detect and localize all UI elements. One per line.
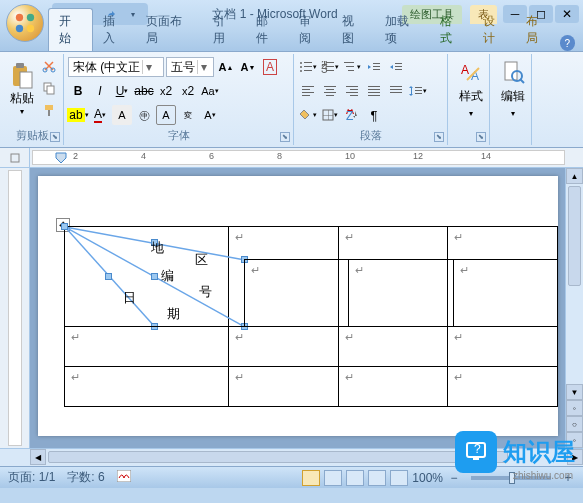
print-layout-view-button[interactable]: [302, 470, 320, 486]
align-right-button[interactable]: [342, 81, 362, 101]
align-center-button[interactable]: [320, 81, 340, 101]
bullets-button[interactable]: ▾: [298, 57, 318, 77]
sort-button[interactable]: AZ: [342, 105, 362, 125]
tab-mailings[interactable]: 邮件: [246, 9, 289, 51]
indent-marker-icon[interactable]: [55, 152, 67, 166]
table-cell[interactable]: ↵: [229, 367, 339, 407]
table-cell[interactable]: ↵: [245, 260, 349, 327]
shrink-font-button[interactable]: A▼: [238, 57, 258, 77]
scroll-up-button[interactable]: ▲: [566, 168, 583, 184]
tab-layout[interactable]: 布局: [516, 9, 559, 51]
tab-design[interactable]: 设计: [473, 9, 516, 51]
selection-handle[interactable]: [151, 273, 158, 280]
zoom-level[interactable]: 100%: [412, 471, 443, 485]
tab-review[interactable]: 审阅: [289, 9, 332, 51]
font-size-combo[interactable]: 五号▾: [166, 57, 214, 77]
svg-point-1: [27, 14, 34, 21]
selection-handle[interactable]: [105, 273, 112, 280]
browse-prev-button[interactable]: ◦: [566, 400, 583, 416]
tab-home[interactable]: 开始: [48, 8, 93, 51]
asian-layout-button[interactable]: A▾: [200, 105, 220, 125]
paste-button[interactable]: 粘贴 ▾: [6, 56, 37, 122]
borders-button[interactable]: ▾: [320, 105, 340, 125]
italic-button[interactable]: I: [90, 81, 110, 101]
scroll-left-button[interactable]: ◀: [30, 449, 46, 465]
multilevel-list-button[interactable]: ▾: [342, 57, 362, 77]
font-color-button[interactable]: A▾: [90, 105, 110, 125]
svg-point-0: [16, 14, 23, 21]
char-shading-button[interactable]: A: [112, 105, 132, 125]
paragraph-dialog-launcher[interactable]: ⬊: [434, 132, 444, 142]
clipboard-dialog-launcher[interactable]: ⬊: [50, 132, 60, 142]
ruler-corner[interactable]: [0, 148, 30, 167]
highlight-button[interactable]: ab▾: [68, 105, 88, 125]
table-cell[interactable]: ↵: [448, 327, 558, 367]
clear-formatting-button[interactable]: A: [260, 57, 280, 77]
grow-font-button[interactable]: A▲: [216, 57, 236, 77]
scroll-thumb[interactable]: [568, 186, 581, 286]
language-indicator[interactable]: [117, 470, 131, 485]
scroll-down-button[interactable]: ▼: [566, 384, 583, 400]
styles-dialog-launcher[interactable]: ⬊: [476, 132, 486, 142]
group-clipboard: 粘贴 ▾ 剪贴板 ⬊: [2, 54, 64, 145]
outline-view-button[interactable]: [368, 470, 386, 486]
font-name-combo[interactable]: 宋体 (中文正▾: [68, 57, 164, 77]
superscript-button[interactable]: x2: [178, 81, 198, 101]
decrease-indent-button[interactable]: [364, 57, 384, 77]
paste-label: 粘贴: [10, 90, 34, 107]
tab-addins[interactable]: 加载项: [375, 9, 430, 51]
subscript-button[interactable]: x2: [156, 81, 176, 101]
editing-button[interactable]: 编辑 ▾: [494, 56, 532, 122]
office-button[interactable]: [6, 4, 44, 42]
help-button[interactable]: ?: [560, 35, 575, 51]
phonetic-guide-button[interactable]: 変: [178, 105, 198, 125]
tab-insert[interactable]: 插入: [93, 9, 136, 51]
browse-object-button[interactable]: ○: [566, 416, 583, 432]
table-cell[interactable]: ↵: [65, 367, 229, 407]
format-painter-button[interactable]: [39, 100, 59, 120]
numbering-button[interactable]: 123▾: [320, 57, 340, 77]
strikethrough-button[interactable]: abc: [134, 81, 154, 101]
distributed-button[interactable]: [386, 81, 406, 101]
document-scroll[interactable]: ✥: [30, 168, 565, 448]
word-count[interactable]: 字数: 6: [67, 469, 104, 486]
full-screen-view-button[interactable]: [324, 470, 342, 486]
document-table-mid[interactable]: ↵ ↵ ↵: [244, 259, 558, 327]
tab-references[interactable]: 引用: [203, 9, 246, 51]
page-indicator[interactable]: 页面: 1/1: [8, 469, 55, 486]
tab-page-layout[interactable]: 页面布局: [136, 9, 202, 51]
justify-button[interactable]: [364, 81, 384, 101]
table-cell[interactable]: ↵: [453, 260, 557, 327]
hscroll-thumb[interactable]: [48, 451, 508, 463]
shading-button[interactable]: ▾: [298, 105, 318, 125]
enclose-char-button[interactable]: ㊥: [134, 105, 154, 125]
change-case-button[interactable]: Aa▾: [200, 81, 220, 101]
table-cell[interactable]: ↵: [65, 327, 229, 367]
table-cell[interactable]: ↵: [349, 260, 453, 327]
table-cell[interactable]: ↵: [338, 367, 448, 407]
table-cell[interactable]: ↵: [338, 327, 448, 367]
selection-handle[interactable]: [61, 223, 68, 230]
styles-button[interactable]: AA 样式 ▾: [452, 56, 490, 122]
font-dialog-launcher[interactable]: ⬊: [280, 132, 290, 142]
tab-view[interactable]: 视图: [332, 9, 375, 51]
bold-button[interactable]: B: [68, 81, 88, 101]
underline-button[interactable]: U▾: [112, 81, 132, 101]
tab-format[interactable]: 格式: [430, 9, 473, 51]
align-left-button[interactable]: [298, 81, 318, 101]
table-cell[interactable]: ↵: [448, 367, 558, 407]
copy-button[interactable]: [39, 78, 59, 98]
table-cell-header[interactable]: 地 区 编 号 日 期: [65, 227, 229, 327]
table-cell[interactable]: ↵: [229, 327, 339, 367]
document-table-row2[interactable]: ↵ ↵ ↵ ↵ ↵ ↵ ↵ ↵: [64, 326, 558, 407]
vertical-ruler[interactable]: [0, 168, 30, 448]
show-marks-button[interactable]: ¶: [364, 105, 384, 125]
web-layout-view-button[interactable]: [346, 470, 364, 486]
vertical-scrollbar[interactable]: ▲ ▼ ◦ ○ ◦: [565, 168, 583, 448]
increase-indent-button[interactable]: [386, 57, 406, 77]
cut-button[interactable]: [39, 56, 59, 76]
draft-view-button[interactable]: [390, 470, 408, 486]
char-border-button[interactable]: A: [156, 105, 176, 125]
horizontal-ruler[interactable]: 2468101214: [32, 150, 565, 165]
line-spacing-button[interactable]: ▾: [408, 81, 428, 101]
